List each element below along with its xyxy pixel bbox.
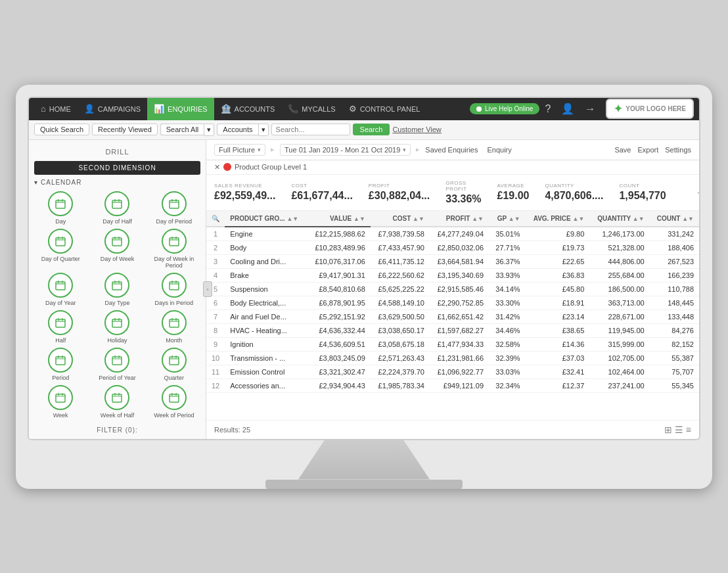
search-button[interactable]: Search	[353, 124, 390, 135]
cal-item-week-of-period[interactable]: Week of Period	[148, 385, 200, 419]
cell-product[interactable]: HVAC - Heating...	[225, 323, 307, 337]
th-product-group[interactable]: PRODUCT GRO... ▲▼	[225, 211, 307, 227]
cal-item-half[interactable]: Half	[34, 310, 87, 344]
th-gp[interactable]: GP ▲▼	[489, 211, 526, 227]
cell-product[interactable]: Brake	[225, 268, 307, 282]
table-row[interactable]: 2 Body £10,283,489.96 £7,433,457.90 £2,8…	[206, 241, 699, 254]
table-row[interactable]: 7 Air and Fuel De... £5,292,151.92 £3,62…	[206, 309, 699, 323]
sidebar-collapse-button[interactable]: ‹	[203, 281, 212, 297]
th-value[interactable]: VALUE ▲▼	[307, 211, 370, 227]
table-row[interactable]: 1 Engine £12,215,988.62 £7,938,739.58 £4…	[206, 227, 699, 241]
accounts-dropdown[interactable]: ▾	[258, 124, 269, 136]
user-icon[interactable]: 👤	[556, 103, 580, 115]
help-icon[interactable]: ?	[539, 103, 556, 115]
cell-avg-price: £22.65	[526, 254, 590, 268]
cell-product[interactable]: Air and Fuel De...	[225, 309, 307, 323]
cell-product[interactable]: Engine	[225, 227, 307, 241]
cal-item-day-of-period[interactable]: Day of Period	[148, 191, 200, 225]
search-input[interactable]	[271, 124, 350, 135]
cal-item-day-of-week[interactable]: Day of Week	[91, 229, 143, 269]
cal-week-icon	[48, 385, 73, 410]
cell-gp: 34.46%	[489, 323, 526, 337]
cal-item-quarter[interactable]: Quarter	[148, 348, 200, 381]
second-dimension-button[interactable]: SECOND DIMENSION	[34, 161, 200, 175]
cal-item-period[interactable]: Period	[34, 348, 87, 381]
cal-item-day-of-week-in-period[interactable]: Day of Week in Period	[148, 229, 200, 269]
list-view-icon[interactable]: ☰	[675, 424, 683, 435]
th-count[interactable]: COUNT ▲▼	[650, 211, 699, 227]
cal-item-week[interactable]: Week	[34, 385, 87, 419]
cell-cost: £3,058,675.18	[371, 337, 430, 351]
save-link[interactable]: Save	[614, 146, 631, 154]
cal-item-days-in-period[interactable]: Days in Period	[148, 273, 200, 306]
grid-view-icon[interactable]: ⊞	[664, 424, 672, 435]
cal-item-day-of-quarter[interactable]: Day of Quarter	[34, 229, 87, 269]
cell-num: 11	[206, 365, 225, 378]
table-row[interactable]: 5 Suspension £8,540,810.68 £5,625,225.22…	[206, 282, 699, 296]
customer-view-link[interactable]: Customer View	[392, 126, 441, 133]
table-row[interactable]: 4 Brake £9,417,901.31 £6,222,560.62 £3,1…	[206, 268, 699, 282]
calendar-header[interactable]: CALENDAR	[34, 179, 200, 186]
th-avg-price[interactable]: AVG. PRICE ▲▼	[526, 211, 590, 227]
cal-item-day-of-year[interactable]: Day of Year	[34, 273, 87, 306]
tag-remove-icon[interactable]: ✕	[214, 163, 220, 172]
stats-minimize-icon[interactable]: —	[698, 187, 699, 198]
cell-cost: £4,588,149.10	[371, 296, 430, 309]
cal-item-day-of-half[interactable]: Day of Half	[91, 191, 143, 225]
table-row[interactable]: 11 Emission Control £3,321,302.47 £2,224…	[206, 365, 699, 378]
search-all-dropdown[interactable]: ▾	[204, 124, 214, 136]
cell-product[interactable]: Cooling and Dri...	[225, 254, 307, 268]
cell-product[interactable]: Body	[225, 241, 307, 254]
full-picture-filter[interactable]: Full Picture ▾	[214, 144, 265, 156]
table-row[interactable]: 12 Accessories an... £2,934,904.43 £1,98…	[206, 378, 699, 392]
table-row[interactable]: 6 Body Electrical,... £6,878,901.95 £4,5…	[206, 296, 699, 309]
enquiry-link[interactable]: Enquiry	[487, 146, 511, 154]
cell-cost: £6,222,560.62	[371, 268, 430, 282]
nav-enquiries[interactable]: 📊 ENQUIRIES	[147, 98, 214, 120]
cal-item-month[interactable]: Month	[148, 310, 200, 344]
saved-enquiries-link[interactable]: Saved Enquiries	[425, 146, 478, 154]
cell-product[interactable]: Suspension	[225, 282, 307, 296]
cell-product[interactable]: Ignition	[225, 337, 307, 351]
cell-cost: £1,985,783.34	[371, 378, 430, 392]
detail-view-icon[interactable]: ≡	[686, 424, 691, 435]
table-row[interactable]: 8 HVAC - Heating... £4,636,332.44 £3,038…	[206, 323, 699, 337]
cal-item-day-type[interactable]: Day Type	[91, 273, 143, 306]
cal-item-holiday[interactable]: Holiday	[91, 310, 143, 344]
table-row[interactable]: 10 Transmission - ... £3,803,245.09 £2,5…	[206, 351, 699, 365]
cal-item-period-of-year[interactable]: Period of Year	[91, 348, 143, 381]
nav-mycalls[interactable]: 📞 MYCALLS	[281, 98, 342, 120]
monitor-stand	[298, 440, 430, 480]
cell-product[interactable]: Body Electrical,...	[225, 296, 307, 309]
th-profit[interactable]: PROFIT ▲▼	[430, 211, 489, 227]
quick-search-button[interactable]: Quick Search	[34, 124, 89, 135]
stat-gross-profit-value: 33.36%	[445, 193, 481, 205]
nav-control-panel[interactable]: ⚙ CONTROL PANEL	[342, 98, 427, 120]
th-cost[interactable]: COST ▲▼	[371, 211, 430, 227]
search-all-button[interactable]: Search All	[160, 124, 204, 135]
recently-viewed-button[interactable]: Recently Viewed	[92, 124, 158, 135]
cal-item-day[interactable]: Day	[34, 191, 87, 225]
logout-icon[interactable]: →	[580, 103, 601, 115]
nav-home[interactable]: ⌂ HOME	[34, 98, 78, 120]
nav-accounts[interactable]: 🏦 ACCOUNTS	[214, 98, 282, 120]
table-row[interactable]: 9 Ignition £4,536,609.51 £3,058,675.18 £…	[206, 337, 699, 351]
cell-value: £12,215,988.62	[307, 227, 370, 241]
live-help-button[interactable]: Live Help Online	[470, 103, 539, 114]
accounts-button[interactable]: Accounts	[217, 124, 258, 135]
cal-item-week-of-half[interactable]: Week of Half	[91, 385, 143, 419]
th-search[interactable]: 🔍	[206, 211, 225, 227]
export-link[interactable]: Export	[637, 146, 658, 154]
right-panel: Full Picture ▾ ▸ Tue 01 Jan 2019 - Mon 2…	[206, 140, 699, 439]
cell-product[interactable]: Accessories an...	[225, 378, 307, 392]
cell-count: 133,448	[650, 309, 699, 323]
stat-quantity: QUANTITY 4,870,606....	[545, 183, 603, 202]
cell-product[interactable]: Emission Control	[225, 365, 307, 378]
table-row[interactable]: 3 Cooling and Dri... £10,076,317.06 £6,4…	[206, 254, 699, 268]
nav-campaigns[interactable]: 👤 CAMPAIGNS	[78, 98, 147, 120]
th-quantity[interactable]: QUANTITY ▲▼	[589, 211, 649, 227]
date-range-filter[interactable]: Tue 01 Jan 2019 - Mon 21 Oct 2019 ▾	[280, 144, 411, 156]
cell-count: 110,788	[650, 282, 699, 296]
settings-link[interactable]: Settings	[665, 146, 691, 154]
cell-product[interactable]: Transmission - ...	[225, 351, 307, 365]
